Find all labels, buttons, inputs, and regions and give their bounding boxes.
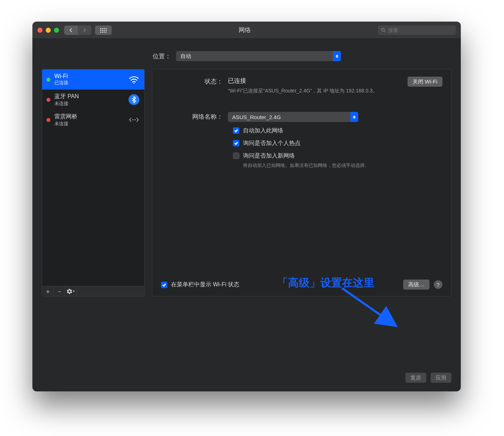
ask-new-networks-desc: 将自动加入已知网络。如果没有已知网络，您必须手动选择。	[243, 162, 369, 169]
location-label: 位置：	[153, 52, 171, 60]
show-all-button[interactable]	[95, 26, 112, 35]
zoom-window-button[interactable]	[54, 28, 59, 33]
traffic-lights	[37, 28, 59, 33]
search-icon	[381, 28, 386, 33]
status-label: 状态：	[161, 77, 228, 95]
sidebar-item-bluetooth-pan[interactable]: 蓝牙 PAN 未连接	[42, 90, 144, 110]
ask-new-networks-checkbox[interactable]	[233, 153, 239, 159]
svg-rect-3	[105, 28, 107, 29]
network-name-value: ASUS_Router_2.4G	[232, 114, 281, 120]
svg-rect-7	[105, 30, 107, 31]
close-window-button[interactable]	[37, 28, 42, 33]
sidebar-item-thunderbolt-bridge[interactable]: 雷雳网桥 未连接	[42, 110, 144, 130]
sidebar-item-subtitle: 未连接	[54, 100, 79, 107]
status-description: “Wi-Fi”已连接至“ASUS_Router_2.4G”，其 IP 地址为 1…	[228, 87, 378, 95]
svg-rect-8	[100, 32, 101, 33]
location-value: 自动	[180, 53, 191, 60]
advanced-button[interactable]: 高级…	[403, 280, 429, 290]
svg-rect-11	[105, 32, 107, 33]
show-wifi-menubar-label: 在菜单栏中显示 Wi-Fi 状态	[171, 281, 239, 289]
svg-rect-0	[100, 28, 101, 29]
svg-line-13	[384, 31, 386, 32]
autojoin-label: 自动加入此网络	[243, 127, 283, 135]
interfaces-sidebar: Wi-Fi 已连接 蓝牙 PAN 未连接	[42, 69, 145, 296]
search-input[interactable]	[388, 27, 453, 33]
chevron-down-icon	[73, 291, 75, 292]
svg-point-15	[132, 119, 133, 120]
wifi-icon	[128, 73, 140, 86]
svg-point-17	[135, 119, 136, 120]
back-button[interactable]	[64, 26, 78, 35]
svg-rect-6	[104, 30, 105, 31]
select-stepper-icon	[333, 51, 341, 61]
turn-wifi-off-button[interactable]: 关闭 Wi-Fi	[408, 77, 442, 87]
nav-buttons	[64, 26, 91, 35]
location-row: 位置： 自动	[32, 51, 461, 61]
svg-rect-10	[104, 32, 105, 33]
status-dot-icon	[46, 78, 50, 82]
bluetooth-icon	[128, 94, 140, 106]
ask-new-networks-label: 询问是否加入新网络	[243, 152, 369, 160]
minimize-window-button[interactable]	[46, 28, 51, 33]
sidebar-item-wifi[interactable]: Wi-Fi 已连接	[42, 69, 144, 90]
select-stepper-icon	[350, 112, 358, 122]
add-interface-button[interactable]: ＋	[42, 286, 54, 296]
footer-buttons: 复原 应用	[405, 373, 451, 383]
svg-point-16	[134, 119, 134, 120]
sidebar-item-title: Wi-Fi	[54, 73, 68, 80]
status-dot-icon	[46, 118, 50, 122]
network-preferences-window: 网络 位置： 自动 Wi-Fi 已连接	[32, 22, 461, 391]
window-title: 网络	[112, 26, 378, 34]
location-select[interactable]: 自动	[176, 51, 341, 61]
ask-hotspot-label: 询问是否加入个人热点	[243, 140, 301, 147]
network-name-select[interactable]: ASUS_Router_2.4G	[228, 112, 358, 122]
sidebar-item-subtitle: 已连接	[54, 80, 68, 86]
svg-rect-9	[102, 32, 103, 33]
sidebar-item-subtitle: 未连接	[54, 121, 77, 127]
status-dot-icon	[46, 98, 50, 102]
forward-button[interactable]	[78, 26, 91, 35]
remove-interface-button[interactable]: －	[54, 286, 65, 296]
revert-button[interactable]: 复原	[405, 373, 426, 383]
interface-actions-button[interactable]	[65, 286, 77, 296]
status-value: 已连接	[228, 77, 378, 85]
gear-icon	[67, 289, 72, 294]
network-name-label: 网络名称：	[161, 112, 228, 122]
svg-rect-2	[104, 28, 105, 29]
autojoin-checkbox[interactable]	[233, 127, 239, 134]
svg-rect-5	[102, 30, 103, 31]
ask-hotspot-checkbox[interactable]	[233, 140, 239, 146]
help-button[interactable]: ?	[434, 280, 442, 289]
apply-button[interactable]: 应用	[431, 373, 451, 383]
search-field[interactable]	[378, 26, 456, 35]
sidebar-item-title: 蓝牙 PAN	[54, 93, 79, 100]
sidebar-item-title: 雷雳网桥	[54, 113, 77, 121]
svg-rect-1	[102, 28, 103, 29]
titlebar: 网络	[32, 22, 461, 39]
show-wifi-menubar-checkbox[interactable]	[161, 282, 167, 288]
main-panel: 状态： 已连接 “Wi-Fi”已连接至“ASUS_Router_2.4G”，其 …	[152, 69, 451, 296]
sidebar-toolbar: ＋ －	[42, 286, 144, 296]
svg-point-14	[133, 82, 134, 83]
svg-point-12	[382, 28, 384, 31]
svg-rect-4	[100, 30, 101, 31]
thunderbolt-bridge-icon	[128, 116, 140, 124]
